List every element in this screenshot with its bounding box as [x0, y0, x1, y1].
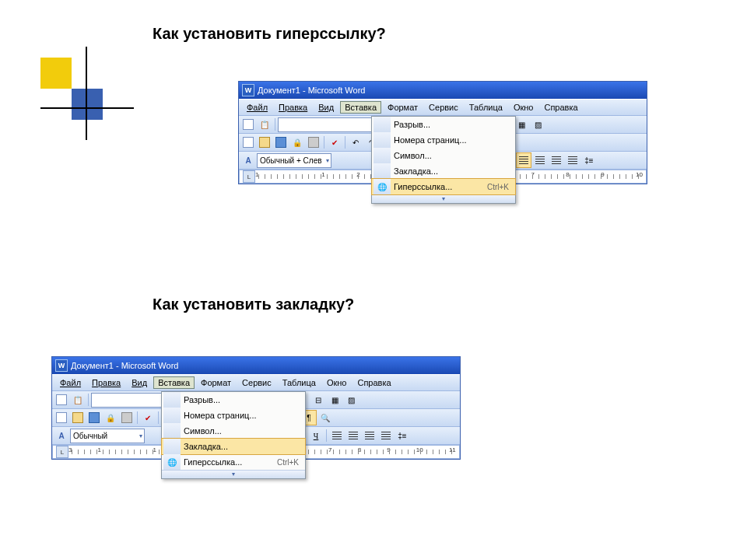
- toolbar-btn[interactable]: 🔍: [317, 410, 333, 425]
- menu-item-page-numbers[interactable]: Номера страниц...: [162, 408, 305, 423]
- menu-file[interactable]: Файл: [55, 376, 86, 389]
- toolbar-btn[interactable]: [54, 392, 69, 408]
- spell-button[interactable]: ✔: [327, 135, 342, 150]
- align-right-button[interactable]: [362, 428, 377, 443]
- question-heading-1: Как установить гиперссылку?: [153, 25, 386, 43]
- menu-file[interactable]: Файл: [242, 101, 272, 114]
- toolbar-btn[interactable]: 📋: [70, 392, 86, 408]
- menu-view[interactable]: Вид: [314, 101, 338, 114]
- decorative-shape: [40, 47, 134, 140]
- align-center-button[interactable]: [345, 428, 361, 443]
- hyperlink-icon: 🌐: [374, 179, 391, 194]
- menu-edit[interactable]: Правка: [274, 101, 312, 114]
- line-spacing-button[interactable]: ‡≡: [581, 152, 597, 168]
- menu-insert[interactable]: Вставка: [340, 101, 381, 114]
- underline-button[interactable]: Ч: [308, 428, 324, 443]
- menu-tools[interactable]: Сервис: [237, 376, 276, 389]
- menu-item-break[interactable]: Разрыв...: [372, 117, 515, 132]
- menu-insert[interactable]: Вставка: [153, 376, 195, 389]
- undo-button[interactable]: ↶: [348, 135, 363, 150]
- style-selector[interactable]: Обычный: [70, 429, 145, 443]
- question-heading-2: Как установить закладку?: [153, 296, 354, 313]
- new-doc-button[interactable]: [54, 410, 69, 425]
- style-A-button[interactable]: A: [240, 152, 256, 168]
- style-A-button[interactable]: A: [54, 428, 69, 443]
- menu-expand-chevron[interactable]: ▾: [162, 470, 305, 478]
- menu-table[interactable]: Таблица: [278, 376, 321, 389]
- menu-item-bookmark[interactable]: Закладка...: [161, 438, 306, 455]
- menu-edit[interactable]: Правка: [87, 376, 125, 389]
- menu-expand-chevron[interactable]: ▾: [372, 194, 515, 203]
- hyperlink-icon: 🌐: [163, 454, 181, 470]
- menu-help[interactable]: Справка: [352, 376, 395, 389]
- titlebar: W Документ1 - Microsoft Word: [239, 82, 647, 99]
- menu-item-hyperlink[interactable]: 🌐Гиперссылка...Ctrl+K: [371, 178, 516, 195]
- toolbar-btn[interactable]: ▨: [530, 117, 545, 132]
- menu-view[interactable]: Вид: [127, 376, 152, 389]
- menu-help[interactable]: Справка: [539, 101, 582, 114]
- titlebar: W Документ1 - Microsoft Word: [52, 357, 460, 374]
- toolbar-btn[interactable]: 📋: [257, 117, 272, 132]
- permissions-button[interactable]: 🔒: [103, 410, 118, 425]
- align-center-button[interactable]: [532, 152, 548, 168]
- print-button[interactable]: [119, 410, 135, 425]
- menu-format[interactable]: Формат: [383, 101, 423, 114]
- menu-window[interactable]: Окно: [322, 376, 352, 389]
- menu-item-bookmark[interactable]: Закладка...: [372, 163, 515, 179]
- print-button[interactable]: [306, 135, 321, 150]
- menu-item-page-numbers[interactable]: Номера страниц...: [372, 132, 515, 148]
- align-justify-button[interactable]: [378, 428, 394, 443]
- menubar: Файл Правка Вид Вставка Формат Сервис Та…: [239, 99, 647, 116]
- menu-item-break[interactable]: Разрыв...: [162, 392, 305, 408]
- spell-button[interactable]: ✔: [140, 410, 156, 425]
- window-title: Документ1 - Microsoft Word: [71, 361, 178, 370]
- window-title: Документ1 - Microsoft Word: [258, 86, 365, 95]
- align-left-button[interactable]: [516, 152, 531, 168]
- menu-window[interactable]: Окно: [509, 101, 538, 114]
- toolbar-btn[interactable]: ⊟: [310, 392, 326, 408]
- line-spacing-button[interactable]: ‡≡: [395, 428, 410, 443]
- open-button[interactable]: [70, 410, 86, 425]
- insert-menu-dropdown: Разрыв... Номера страниц... Символ... За…: [371, 116, 516, 204]
- toolbar-btn[interactable]: ▦: [514, 117, 529, 132]
- align-left-button[interactable]: [329, 428, 345, 443]
- save-button[interactable]: [273, 135, 289, 150]
- menu-item-hyperlink[interactable]: 🌐Гиперссылка...Ctrl+K: [162, 454, 305, 470]
- align-right-button[interactable]: [549, 152, 564, 168]
- permissions-button[interactable]: 🔒: [289, 135, 305, 150]
- word-window-1: W Документ1 - Microsoft Word Файл Правка…: [238, 81, 647, 184]
- align-justify-button[interactable]: [565, 152, 580, 168]
- toolbar-btn[interactable]: ▦: [327, 392, 342, 408]
- word-app-icon: W: [55, 359, 68, 372]
- menu-item-symbol[interactable]: Символ...: [162, 423, 305, 439]
- word-app-icon: W: [242, 84, 254, 96]
- word-window-2: W Документ1 - Microsoft Word Файл Правка…: [51, 356, 461, 460]
- menubar: Файл Правка Вид Вставка Формат Сервис Та…: [52, 374, 460, 391]
- insert-menu-dropdown: Разрыв... Номера страниц... Символ... За…: [161, 391, 306, 479]
- new-doc-button[interactable]: [240, 135, 256, 150]
- toolbar-btn[interactable]: ▨: [343, 392, 359, 408]
- menu-tools[interactable]: Сервис: [424, 101, 463, 114]
- menu-table[interactable]: Таблица: [465, 101, 507, 114]
- toolbar-btn[interactable]: [240, 117, 256, 132]
- save-button[interactable]: [86, 410, 102, 425]
- menu-item-symbol[interactable]: Символ...: [372, 148, 515, 163]
- style-selector[interactable]: Обычный + Слев: [257, 153, 331, 168]
- menu-format[interactable]: Формат: [196, 376, 236, 389]
- ruler-tab-button[interactable]: L: [56, 446, 68, 458]
- open-button[interactable]: [257, 135, 272, 150]
- ruler-tab-button[interactable]: L: [243, 170, 255, 183]
